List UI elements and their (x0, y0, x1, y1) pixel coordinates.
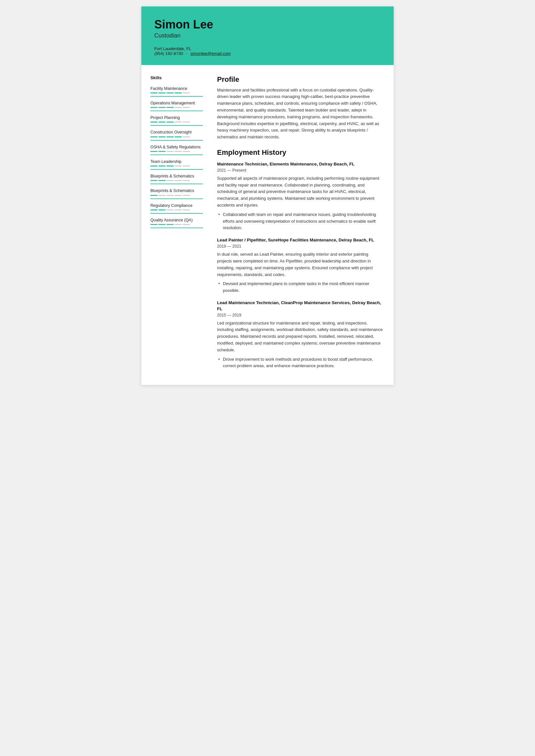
skill-bar-segment (167, 136, 174, 137)
job-title: Maintenance Technician, Elements Mainten… (217, 161, 383, 167)
skill-bar-segment (183, 136, 190, 137)
skill-bar-segment (158, 224, 166, 225)
skill-bar (151, 166, 203, 167)
skill-bar (151, 195, 203, 196)
skill-bar-segment (183, 195, 190, 196)
skill-bar-segment (175, 195, 182, 196)
skill-bar-segment (167, 195, 174, 196)
main-content: Profile Maintenance and facilities profe… (209, 75, 394, 385)
skills-title: Skills (151, 75, 203, 80)
skill-bar-segment (158, 93, 166, 94)
skill-bar (151, 107, 203, 108)
skill-bar-segment (175, 107, 182, 108)
job-dates: 2015 — 2019 (217, 313, 383, 317)
skill-item: OSHA & Safety Regulations (151, 143, 203, 155)
skill-label: Regulatory Compliance (151, 203, 192, 208)
contact-info: Fort Lauderdale, FL (954) 192-8730 · sim… (154, 46, 381, 56)
job-description: Supported all aspects of maintenance pro… (217, 175, 383, 209)
skill-bar-segment (183, 107, 190, 108)
skill-bar-segment (158, 209, 166, 210)
skill-label: Blueprints & Schematics (151, 188, 194, 193)
skill-label: Quality Assurance (QA) (151, 218, 193, 222)
separator: · (186, 51, 187, 56)
skill-bar-segment (183, 93, 190, 94)
skill-bar-segment (175, 180, 182, 181)
skill-bar-segment (175, 166, 182, 167)
skill-item: Project Planning (151, 113, 203, 126)
skill-bar-segment (158, 136, 166, 137)
job-description: In dual role, served as Lead Painter, en… (217, 251, 383, 278)
employment-title: Employment History (217, 148, 383, 157)
skill-bar (151, 122, 203, 122)
job-block: Lead Maintenance Technician, CleanProp M… (217, 300, 383, 369)
profile-text: Maintenance and facilities professional … (217, 87, 383, 141)
skill-bar-segment (183, 224, 190, 225)
skill-bar-segment (167, 151, 174, 152)
job-dates: 2019 — 2021 (217, 244, 383, 249)
skill-bar-segment (167, 180, 174, 181)
skill-bar (151, 209, 203, 210)
skill-bar-segment (151, 93, 157, 94)
job-block: Maintenance Technician, Elements Mainten… (217, 161, 383, 231)
skill-bar-segment (183, 122, 190, 122)
skill-item: Blueprints & Schematics (151, 172, 203, 184)
skill-bar-segment (183, 180, 190, 181)
skill-label: Project Planning (151, 115, 180, 120)
skill-bar-segment (151, 151, 157, 152)
skill-item: Construction Oversight (151, 128, 203, 140)
skill-label: Operations Management (151, 101, 195, 105)
job-title: Lead Painter / Pipefitter, SureHope Faci… (217, 237, 383, 243)
job-title: Lead Maintenance Technician, CleanProp M… (217, 300, 383, 312)
skill-bar-segment (151, 209, 157, 210)
skill-label: OSHA & Safety Regulations (151, 145, 201, 149)
skill-label: Blueprints & Schematics (151, 174, 194, 178)
job-bullet: Drove improvement to work methods and pr… (217, 356, 383, 370)
email-link[interactable]: simonlee@email.com (190, 51, 231, 56)
skill-bar-segment (158, 151, 166, 152)
skill-item: Facility Maintenance (151, 84, 203, 97)
phone: (954) 192-8730 (154, 51, 183, 56)
skill-item: Quality Assurance (QA) (151, 216, 203, 228)
job-dates: 2021 — Present (217, 168, 383, 173)
skill-bar-segment (167, 107, 174, 108)
skill-bar-segment (183, 166, 190, 167)
skill-bar-segment (158, 166, 166, 167)
skill-bar-segment (175, 224, 182, 225)
skill-bar-segment (175, 209, 182, 210)
skill-bar (151, 180, 203, 181)
header-section: Simon Lee Custodian Fort Lauderdale, FL … (141, 7, 394, 65)
skill-bar (151, 151, 203, 152)
skill-label: Team Leadership (151, 159, 182, 164)
skill-bar-segment (175, 136, 182, 137)
job-bullet: Collaborated with team on repair and mai… (217, 211, 383, 231)
skill-bar-segment (183, 209, 190, 210)
skill-bar-segment (167, 209, 174, 210)
skill-bar-segment (167, 224, 174, 225)
job-description: Led organizational structure for mainten… (217, 320, 383, 354)
skill-bar-segment (175, 151, 182, 152)
skill-bar-segment (167, 93, 174, 94)
skill-bar-segment (158, 195, 166, 196)
skill-item: Team Leadership (151, 157, 203, 170)
sidebar: Skills Facility MaintenanceOperations Ma… (141, 75, 209, 385)
skill-item: Regulatory Compliance (151, 201, 203, 214)
skill-label: Construction Oversight (151, 130, 191, 134)
skill-bar-segment (151, 224, 157, 225)
skill-bar (151, 224, 203, 225)
skill-item: Blueprints & Schematics (151, 186, 203, 199)
skill-bar-segment (158, 107, 166, 108)
skill-bar-segment (158, 122, 166, 122)
jobs-list: Maintenance Technician, Elements Mainten… (217, 161, 383, 369)
skill-bar-segment (151, 166, 157, 167)
skill-item: Operations Management (151, 98, 203, 111)
resume-document: Simon Lee Custodian Fort Lauderdale, FL … (141, 7, 394, 385)
skill-bar-segment (175, 93, 182, 94)
location: Fort Lauderdale, FL (154, 46, 191, 51)
skill-bar (151, 136, 203, 137)
skill-bar-segment (183, 151, 190, 152)
skill-bar-segment (175, 122, 182, 122)
skill-bar-segment (151, 122, 157, 122)
skill-bar-segment (167, 122, 174, 122)
job-bullet: Devised and implemented plans to complet… (217, 281, 383, 294)
body-section: Skills Facility MaintenanceOperations Ma… (141, 65, 394, 385)
